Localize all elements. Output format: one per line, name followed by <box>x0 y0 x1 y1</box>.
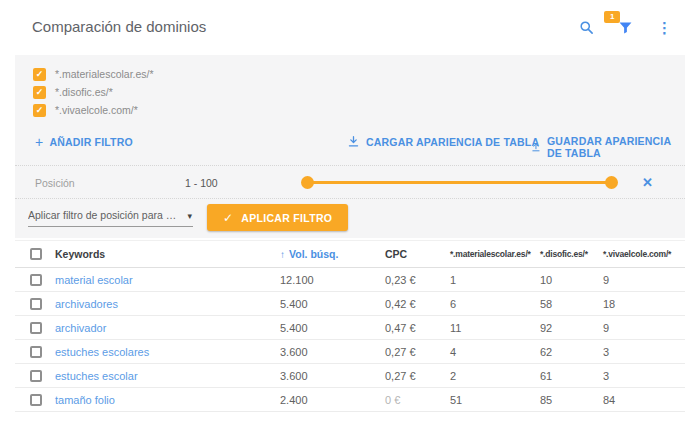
row-checkbox[interactable] <box>30 274 42 286</box>
domain-comparison-page: Comparación de dominios 1 ⋮ ✓ *.material… <box>0 0 700 422</box>
keywords-table: Keywords ↑ Vol. búsq. CPC *.materialesco… <box>15 240 685 412</box>
row-checkbox[interactable] <box>30 370 42 382</box>
vivaelcole-position: 3 <box>603 370 685 382</box>
disofic-position: 10 <box>540 274 603 286</box>
checkbox-checked-icon[interactable]: ✓ <box>33 68 46 81</box>
cpc-value: 0,23 € <box>385 274 450 286</box>
disofic-position: 58 <box>540 298 603 310</box>
table-row: tamaño folio 2.400 0 € 51 85 84 <box>15 388 685 412</box>
upload-icon <box>531 141 541 154</box>
vivaelcole-position: 18 <box>603 298 685 310</box>
row-checkbox[interactable] <box>30 346 42 358</box>
download-icon <box>347 135 360 148</box>
domain-label: *.materialescolar.es/* <box>55 68 154 80</box>
position-range-slider[interactable] <box>307 181 612 184</box>
vivaelcole-position: 9 <box>603 322 685 334</box>
keyword-link[interactable]: estuches escolares <box>55 346 280 358</box>
disofic-position: 62 <box>540 346 603 358</box>
volume-value: 3.600 <box>280 346 385 358</box>
cpc-value: 0,42 € <box>385 298 450 310</box>
apply-filter-button[interactable]: ✓ APLICAR FILTRO <box>207 204 348 231</box>
cpc-value: 0,47 € <box>385 322 450 334</box>
load-table-view-label: CARGAR APARIENCIA DE TABLA <box>366 136 539 148</box>
table-row: material escolar 12.100 0,23 € 1 10 9 <box>15 268 685 292</box>
disofic-position: 92 <box>540 322 603 334</box>
filter-panel: ✓ *.materialescolar.es/* ✓ *.disofic.es/… <box>15 55 685 238</box>
column-header-keywords[interactable]: Keywords <box>55 248 280 260</box>
filter-scope-value: Aplicar filtro de posición para todos lo… <box>28 209 193 221</box>
save-table-view-button[interactable]: GUARDAR APARIENCIA DE TABLA <box>531 135 685 159</box>
domain-filter-row: ✓ *.materialescolar.es/* <box>33 66 154 82</box>
vivaelcole-position: 84 <box>603 394 685 406</box>
keyword-link[interactable]: tamaño folio <box>55 394 280 406</box>
keyword-link[interactable]: estuches escolar <box>55 370 280 382</box>
save-table-view-label: GUARDAR APARIENCIA DE TABLA <box>547 135 685 159</box>
select-all-checkbox[interactable] <box>30 248 42 260</box>
row-checkbox[interactable] <box>30 394 42 406</box>
column-header-vivaelcole[interactable]: *.vivaelcole.com/* <box>603 249 685 259</box>
materialescolar-position: 6 <box>450 298 540 310</box>
load-table-view-button[interactable]: CARGAR APARIENCIA DE TABLA <box>347 135 539 148</box>
sort-ascending-icon: ↑ <box>280 249 285 260</box>
row-checkbox[interactable] <box>30 298 42 310</box>
table-header-row: Keywords ↑ Vol. búsq. CPC *.materialesco… <box>15 240 685 268</box>
table-row: archivador 5.400 0,47 € 11 92 9 <box>15 316 685 340</box>
apply-filter-row: Aplicar filtro de posición para todos lo… <box>15 199 685 238</box>
materialescolar-position: 1 <box>450 274 540 286</box>
header-toolbar: 1 ⋮ <box>579 20 672 35</box>
cpc-value: 0,27 € <box>385 346 450 358</box>
checkbox-checked-icon[interactable]: ✓ <box>33 104 46 117</box>
disofic-position: 85 <box>540 394 603 406</box>
table-row: archivadores 5.400 0,42 € 6 58 18 <box>15 292 685 316</box>
position-filter-row: Posición 1 - 100 ✕ <box>15 165 685 199</box>
filter-count-badge: 1 <box>604 11 620 23</box>
table-row: estuches escolares 3.600 0,27 € 4 62 3 <box>15 340 685 364</box>
table-row: estuches escolar 3.600 0,27 € 2 61 3 <box>15 364 685 388</box>
domain-filter-row: ✓ *.disofic.es/* <box>33 84 113 100</box>
plus-icon: + <box>35 135 43 149</box>
vivaelcole-position: 9 <box>603 274 685 286</box>
volume-value: 5.400 <box>280 322 385 334</box>
materialescolar-position: 51 <box>450 394 540 406</box>
filter-scope-select[interactable]: Aplicar filtro de posición para todos lo… <box>28 209 193 227</box>
search-icon[interactable] <box>579 20 594 35</box>
add-filter-button[interactable]: + AÑADIR FILTRO <box>35 135 133 149</box>
page-title: Comparación de dominios <box>32 18 206 35</box>
apply-filter-label: APLICAR FILTRO <box>241 212 332 224</box>
checkbox-checked-icon[interactable]: ✓ <box>33 86 46 99</box>
row-checkbox[interactable] <box>30 322 42 334</box>
column-header-materialescolar[interactable]: *.materialescolar.es/* <box>450 249 540 259</box>
domain-label: *.vivaelcole.com/* <box>55 104 138 116</box>
remove-filter-icon[interactable]: ✕ <box>642 175 653 190</box>
caret-down-icon: ▾ <box>187 211 192 221</box>
column-header-cpc[interactable]: CPC <box>385 248 450 260</box>
column-header-disofic[interactable]: *.disofic.es/* <box>540 249 603 259</box>
domain-filter-row: ✓ *.vivaelcole.com/* <box>33 102 138 118</box>
volume-value: 5.400 <box>280 298 385 310</box>
check-icon: ✓ <box>223 211 233 225</box>
domain-label: *.disofic.es/* <box>55 86 113 98</box>
materialescolar-position: 2 <box>450 370 540 382</box>
vivaelcole-position: 3 <box>603 346 685 358</box>
cpc-value: 0 € <box>385 394 450 406</box>
slider-handle-max[interactable] <box>605 176 618 189</box>
keyword-link[interactable]: material escolar <box>55 274 280 286</box>
keyword-link[interactable]: archivador <box>55 322 280 334</box>
volume-value: 3.600 <box>280 370 385 382</box>
more-options-icon[interactable]: ⋮ <box>657 20 672 35</box>
volume-value: 12.100 <box>280 274 385 286</box>
materialescolar-position: 11 <box>450 322 540 334</box>
column-header-volume[interactable]: ↑ Vol. búsq. <box>280 248 385 260</box>
keyword-link[interactable]: archivadores <box>55 298 280 310</box>
add-filter-label: AÑADIR FILTRO <box>49 136 132 148</box>
filter-funnel-icon[interactable]: 1 <box>618 20 633 35</box>
disofic-position: 61 <box>540 370 603 382</box>
materialescolar-position: 4 <box>450 346 540 358</box>
slider-handle-min[interactable] <box>301 176 314 189</box>
position-range-value: 1 - 100 <box>185 177 218 189</box>
position-filter-label: Posición <box>35 177 75 189</box>
cpc-value: 0,27 € <box>385 370 450 382</box>
volume-value: 2.400 <box>280 394 385 406</box>
